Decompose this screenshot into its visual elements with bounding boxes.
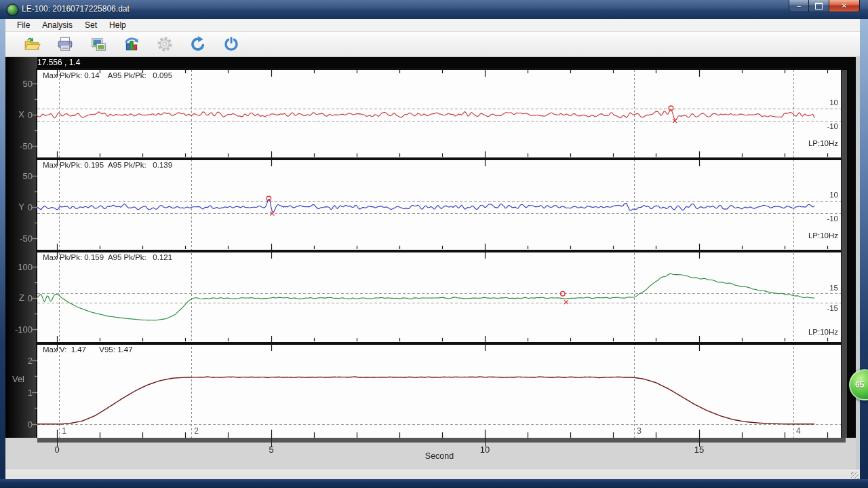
maximize-icon bbox=[815, 3, 823, 10]
refresh-button[interactable] bbox=[186, 34, 210, 54]
window-title: LE-100: 20160717225806.dat bbox=[22, 4, 130, 14]
x-tick-label: 15 bbox=[686, 445, 713, 455]
power-icon bbox=[222, 35, 240, 53]
refresh-icon bbox=[189, 35, 207, 53]
z-ytick-m100: -100 bbox=[5, 324, 33, 335]
x-band-label-neg: -10 bbox=[792, 122, 838, 130]
window-controls: – ✕ bbox=[789, 0, 860, 12]
y-ytick-0: 0 bbox=[5, 202, 33, 212]
x-tick-label: 0 bbox=[43, 445, 71, 455]
power-button[interactable] bbox=[220, 34, 243, 54]
z-ytick-0: 0 bbox=[5, 293, 33, 303]
maximize-button[interactable] bbox=[809, 0, 829, 12]
y-band-label-pos: 10 bbox=[792, 191, 838, 199]
settings-button[interactable] bbox=[153, 34, 176, 54]
waveform-canvas[interactable] bbox=[5, 57, 856, 438]
chart-button[interactable] bbox=[120, 34, 143, 54]
x-filter-label: LP:10Hz bbox=[784, 139, 838, 147]
vel-stats-label: Max V: 1.47 V95: 1.47 bbox=[43, 345, 133, 354]
menu-file[interactable]: File bbox=[11, 19, 36, 31]
x-ytick-0: 0 bbox=[5, 110, 33, 120]
vel-channel-label: Vel bbox=[5, 374, 24, 384]
vel-ytick-1: 1 bbox=[5, 388, 33, 398]
window-border-left bbox=[0, 19, 5, 479]
cursor-readout: 17.556 , 1.4 bbox=[37, 58, 80, 67]
vel-ytick-2: 2 bbox=[5, 356, 33, 366]
close-button[interactable]: ✕ bbox=[829, 0, 860, 12]
z-ytick-100: 100 bbox=[5, 262, 33, 272]
event-marker-label: 4 bbox=[796, 426, 801, 436]
resize-grip[interactable] bbox=[851, 472, 859, 479]
image-icon bbox=[90, 35, 107, 53]
status-bar bbox=[5, 470, 860, 479]
event-marker-label: 2 bbox=[194, 426, 199, 436]
title-bar[interactable]: LE-100: 20160717225806.dat – ✕ bbox=[0, 0, 868, 20]
menu-bar: File Analysis Set Help bbox=[5, 19, 860, 32]
x-tick-label: 5 bbox=[258, 445, 285, 455]
app-icon bbox=[7, 4, 18, 16]
open-file-button[interactable] bbox=[20, 34, 43, 54]
image-export-button[interactable] bbox=[87, 34, 110, 54]
plot-area: 17.556 , 1.4 Max Pk/Pk: 0.14 A95 Pk/Pk: … bbox=[5, 57, 856, 438]
printer-icon bbox=[56, 35, 74, 53]
window-content: File Analysis Set Help bbox=[5, 19, 860, 479]
menu-analysis[interactable]: Analysis bbox=[36, 19, 79, 31]
z-stats-label: Max Pk/Pk: 0.159 A95 Pk/Pk: 0.121 bbox=[43, 253, 172, 261]
z-band-label-neg: -15 bbox=[792, 304, 838, 312]
y-ytick-50: 50 bbox=[5, 171, 33, 181]
z-filter-label: LP:10Hz bbox=[784, 328, 838, 336]
y-stats-label: Max Pk/Pk: 0.195 A95 Pk/Pk: 0.139 bbox=[43, 161, 172, 169]
event-marker-label: 3 bbox=[637, 426, 642, 436]
x-axis-bar bbox=[37, 438, 846, 443]
menu-set[interactable]: Set bbox=[79, 19, 103, 31]
open-folder-icon bbox=[23, 35, 41, 53]
x-ytick-m50: -50 bbox=[5, 141, 33, 151]
y-filter-label: LP:10Hz bbox=[784, 231, 838, 240]
x-axis-title: Second bbox=[385, 451, 494, 461]
x-stats-label: Max Pk/Pk: 0.14 A95 Pk/Pk: 0.095 bbox=[43, 71, 172, 79]
minimize-button[interactable]: – bbox=[789, 0, 809, 12]
bar-chart-icon bbox=[123, 35, 140, 53]
print-button[interactable] bbox=[54, 34, 77, 54]
menu-help[interactable]: Help bbox=[103, 19, 132, 31]
accelerator-ball-value: 65 bbox=[855, 380, 864, 390]
x-axis-strip: 051015 Second bbox=[5, 438, 856, 470]
window-border-right bbox=[860, 19, 868, 479]
x-ytick-50: 50 bbox=[5, 79, 33, 89]
screen: { "window": { "title": "LE-100: 20160717… bbox=[0, 0, 868, 488]
event-marker-label: 1 bbox=[62, 426, 66, 436]
gear-icon bbox=[156, 35, 174, 53]
window-border-bottom bbox=[0, 479, 868, 488]
y-band-label-neg: -10 bbox=[792, 214, 838, 223]
vel-ytick-0: 0 bbox=[5, 419, 33, 430]
z-band-label-pos: 15 bbox=[792, 284, 838, 292]
y-ytick-m50: -50 bbox=[5, 233, 33, 244]
x-band-label-pos: 10 bbox=[792, 98, 838, 107]
toolbar bbox=[5, 32, 860, 57]
